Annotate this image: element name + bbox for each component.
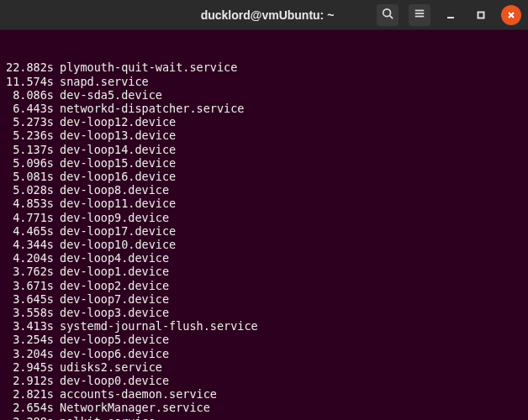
time-value: 5.273s: [5, 115, 54, 129]
spacer: [54, 319, 60, 333]
spacer: [54, 88, 60, 102]
unit-name: systemd-journal-flush.service: [60, 319, 258, 333]
output-line: 4.465s dev-loop17.device: [5, 224, 523, 238]
spacer: [54, 211, 60, 224]
spacer: [54, 156, 60, 170]
output-line: 4.344s dev-loop10.device: [5, 238, 523, 251]
output-line: 5.273s dev-loop12.device: [5, 115, 523, 129]
unit-name: dev-loop5.device: [60, 333, 169, 346]
unit-name: dev-loop17.device: [60, 224, 176, 238]
spacer: [54, 238, 60, 251]
spacer: [54, 183, 60, 197]
unit-name: dev-loop8.device: [60, 183, 169, 197]
spacer: [54, 292, 60, 306]
spacer: [54, 60, 60, 74]
unit-name: networkd-dispatcher.service: [60, 102, 244, 115]
unit-name: polkit.service: [60, 415, 156, 420]
minimize-icon: [446, 7, 455, 23]
spacer: [54, 387, 60, 401]
output-line: 2.288s polkit.service: [5, 415, 523, 420]
time-value: 3.558s: [5, 306, 54, 319]
time-value: 2.654s: [5, 401, 54, 414]
time-value: 2.912s: [5, 374, 54, 387]
titlebar: ducklord@vmUbuntu: ~: [0, 0, 528, 30]
svg-rect-6: [478, 13, 484, 18]
hamburger-icon: [414, 7, 425, 23]
spacer: [54, 102, 60, 115]
output-line: 3.413s systemd-journal-flush.service: [5, 319, 523, 333]
spacer: [54, 197, 60, 210]
spacer: [54, 170, 60, 183]
time-value: 5.081s: [5, 170, 54, 183]
time-value: 3.645s: [5, 292, 54, 306]
menu-button[interactable]: [409, 4, 430, 26]
titlebar-controls: [377, 4, 521, 26]
time-value: 3.762s: [5, 265, 54, 278]
output-line: 5.236s dev-loop13.device: [5, 129, 523, 142]
unit-name: dev-loop6.device: [60, 347, 169, 360]
time-value: 5.137s: [5, 143, 54, 156]
output-line: 3.671s dev-loop2.device: [5, 279, 523, 292]
unit-name: dev-loop14.device: [60, 143, 176, 156]
spacer: [54, 251, 60, 265]
unit-name: dev-loop7.device: [60, 292, 169, 306]
spacer: [54, 360, 60, 374]
spacer: [54, 401, 60, 414]
unit-name: dev-loop12.device: [60, 115, 176, 129]
unit-name: dev-loop16.device: [60, 170, 176, 183]
time-value: 3.204s: [5, 347, 54, 360]
unit-name: dev-loop15.device: [60, 156, 176, 170]
output-line: 3.645s dev-loop7.device: [5, 292, 523, 306]
close-button[interactable]: [501, 5, 521, 25]
terminal-body[interactable]: 22.882s plymouth-quit-wait.service11.574…: [0, 30, 528, 420]
time-value: 3.413s: [5, 319, 54, 333]
spacer: [54, 115, 60, 129]
output-line: 11.574s snapd.service: [5, 75, 523, 88]
search-button[interactable]: [377, 4, 399, 26]
output-line: 4.771s dev-loop9.device: [5, 211, 523, 224]
minimize-button[interactable]: [441, 5, 461, 25]
spacer: [54, 75, 60, 88]
spacer: [54, 415, 60, 420]
output-line: 3.254s dev-loop5.device: [5, 333, 523, 346]
spacer: [54, 265, 60, 278]
unit-name: dev-loop13.device: [60, 129, 176, 142]
time-value: 3.254s: [5, 333, 54, 346]
time-value: 8.086s: [5, 88, 54, 102]
time-value: 2.288s: [5, 415, 54, 420]
output-line: 4.853s dev-loop11.device: [5, 197, 523, 210]
spacer: [54, 279, 60, 292]
unit-name: dev-loop9.device: [60, 211, 169, 224]
output-line: 3.762s dev-loop1.device: [5, 265, 523, 278]
unit-name: plymouth-quit-wait.service: [60, 60, 237, 74]
time-value: 2.821s: [5, 387, 54, 401]
search-icon: [382, 7, 393, 23]
spacer: [54, 333, 60, 346]
time-value: 5.028s: [5, 183, 54, 197]
time-value: 3.671s: [5, 279, 54, 292]
time-value: 4.465s: [5, 224, 54, 238]
maximize-icon: [477, 7, 485, 23]
unit-name: dev-loop4.device: [60, 251, 169, 265]
unit-name: snapd.service: [60, 75, 149, 88]
unit-name: dev-sda5.device: [60, 88, 162, 102]
output-line: 22.882s plymouth-quit-wait.service: [5, 60, 523, 74]
maximize-button[interactable]: [471, 5, 491, 25]
spacer: [54, 374, 60, 387]
spacer: [54, 306, 60, 319]
unit-name: dev-loop11.device: [60, 197, 176, 210]
svg-line-1: [390, 16, 393, 19]
close-icon: [507, 7, 515, 23]
time-value: 5.236s: [5, 129, 54, 142]
svg-point-0: [383, 9, 391, 17]
output-line: 2.912s dev-loop0.device: [5, 374, 523, 387]
output-line: 5.028s dev-loop8.device: [5, 183, 523, 197]
time-value: 4.204s: [5, 251, 54, 265]
output-line: 2.945s udisks2.service: [5, 360, 523, 374]
unit-name: dev-loop10.device: [60, 238, 176, 251]
output-line: 5.137s dev-loop14.device: [5, 143, 523, 156]
output-line: 5.081s dev-loop16.device: [5, 170, 523, 183]
unit-name: NetworkManager.service: [60, 401, 210, 414]
output-line: 8.086s dev-sda5.device: [5, 88, 523, 102]
time-value: 11.574s: [5, 75, 54, 88]
